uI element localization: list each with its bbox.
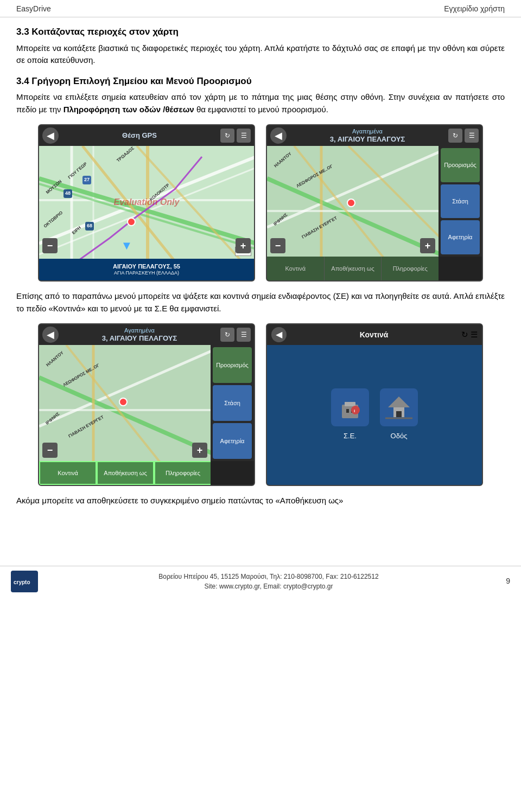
zoom-plus-3[interactable]: +	[192, 443, 207, 458]
street-line2: ΑΓΙΑ ΠΑΡΑΣΚΕΥΗ (ΕΛΛΑΔΑ)	[42, 270, 251, 277]
screenshots-row-1: ◀ Θέση GPS ↻ ☰	[16, 124, 505, 282]
badge-27: 27	[82, 176, 91, 184]
zoom-minus-3[interactable]: −	[42, 443, 58, 458]
screen1-title-area: Θέση GPS	[62, 131, 217, 140]
section-33-para: Μπορείτε να κοιτάξετε βιαστικά τις διαφο…	[16, 42, 505, 67]
screen2-bottombar: Κοντινά Αποθήκευση ως Πληροφορίες	[267, 257, 439, 280]
zoom-minus-1[interactable]: −	[42, 238, 58, 253]
map-svg-3	[39, 345, 211, 461]
page-footer: crypto Βορείου Ηπείρου 45, 15125 Μαρούσι…	[0, 566, 521, 597]
screen3-bottombar: Κοντινά Αποθήκευση ως Πληροφορίες	[39, 461, 211, 485]
screen3-sidebar: Προορισμός Στάση Αφετηρία	[211, 345, 254, 461]
svg-text:i: i	[354, 408, 355, 413]
svg-point-19	[347, 199, 355, 207]
screen2-map: ΗΛΑΝΤΟΥ ΛΕΩΦΟΡΟΣ ΜΕ..ΟΓ ΙΡΦΝΗΣ ΓΙΑΒΑΣΗ Ε…	[267, 146, 439, 257]
back-button-2[interactable]: ◀	[270, 127, 287, 144]
gps-screen-2: ◀ Αγαπημένα 3, ΑΙΓΑΙΟΥ ΠΕΛΑΓΟΥΣ ↻ ☰	[266, 124, 483, 282]
crypto-text: crypto	[14, 579, 30, 585]
badge-48: 48	[63, 189, 72, 198]
back-button-1[interactable]: ◀	[42, 127, 59, 144]
prorismos-btn[interactable]: Προορισμός	[441, 148, 480, 182]
map-svg-2	[267, 146, 439, 257]
kontina-btn-3[interactable]: Κοντινά	[39, 461, 97, 485]
odos-label: Οδός	[391, 431, 408, 442]
screen3-map: ΗΛΑΝΤΟΥ ΛΕΩΦΟΡΟΣ ΜΕ..ΟΓ ΙΡΦΝΗΣ ΓΙΑΒΑΣΗ Ε…	[39, 345, 211, 461]
crypto-logo-svg: crypto	[12, 572, 36, 591]
screen2-title-area: Αγαπημένα 3, ΑΙΓΑΙΟΥ ΠΕΛΑΓΟΥΣ	[290, 128, 445, 144]
svg-rect-35	[396, 411, 402, 417]
menu-icon[interactable]: ☰	[237, 129, 251, 143]
screen4-body: i Σ.Ε. Οδός	[267, 345, 482, 485]
screen3-subtitle: Αγαπημένα	[62, 327, 217, 334]
screen2-topbar: ◀ Αγαπημένα 3, ΑΙΓΑΙΟΥ ΠΕΛΑΓΟΥΣ ↻ ☰	[267, 125, 482, 146]
menu-icon-2[interactable]: ☰	[465, 129, 479, 143]
svg-rect-29	[346, 409, 349, 413]
apothikeusi-btn-3[interactable]: Αποθήκευση ως	[97, 461, 154, 485]
apothikeusi-btn[interactable]: Αποθήκευση ως	[325, 257, 382, 280]
afeteria-btn-3[interactable]: Αφετηρία	[213, 423, 252, 459]
odos-icon	[380, 388, 418, 426]
screen3-main-title: 3, ΑΙΓΑΙΟΥ ΠΕΛΑΓΟΥΣ	[62, 334, 217, 343]
doc-title: Εγχειρίδιο χρήστη	[444, 3, 505, 15]
street-overlay-1: ΑΙΓΑΙΟΥ ΠΕΛΑΓΟΥΣ, 55 ΑΓΙΑ ΠΑΡΑΣΚΕΥΗ (ΕΛΛ…	[39, 259, 254, 280]
screen3-title-area: Αγαπημένα 3, ΑΙΓΑΙΟΥ ΠΕΛΑΓΟΥΣ	[62, 327, 217, 343]
menu-icon-4[interactable]: ☰	[471, 329, 478, 341]
zoom-minus-2[interactable]: −	[270, 238, 285, 253]
zoom-plus-2[interactable]: +	[420, 238, 435, 253]
back-button-4[interactable]: ◀	[271, 327, 287, 342]
kontina-btn[interactable]: Κοντινά	[267, 257, 325, 280]
afeteria-btn[interactable]: Αφετηρία	[441, 220, 480, 254]
refresh-icon-2[interactable]: ↻	[448, 129, 462, 143]
footer-address: Βορείου Ηπείρου 45, 15125 Μαρούσι, Τηλ: …	[47, 572, 491, 591]
section-34-title: 3.4 Γρήγορη Επιλογή Σημείου και Μενού Πρ…	[16, 74, 505, 88]
screen4-icons: ↻ ☰	[461, 329, 478, 341]
screen4-topbar: ◀ Κοντινά ↻ ☰	[267, 324, 482, 345]
se-label: Σ.Ε.	[344, 431, 357, 442]
svg-point-26	[119, 398, 127, 406]
screen2-sidebar: Προορισμός Στάση Αφετηρία	[439, 146, 482, 257]
stasi-btn-3[interactable]: Στάση	[213, 385, 252, 421]
prorismos-btn-3[interactable]: Προορισμός	[213, 347, 252, 383]
content-area: 3.3 Κοιτάζοντας περιοχές στον χάρτη Μπορ…	[0, 25, 521, 522]
screen1-icons: ↻ ☰	[220, 129, 251, 143]
refresh-icon[interactable]: ↻	[220, 129, 234, 143]
pliroforees-btn[interactable]: Πληροφορίες	[382, 257, 439, 280]
refresh-icon-3[interactable]: ↻	[220, 328, 234, 342]
gps-screen-1: ◀ Θέση GPS ↻ ☰	[38, 124, 255, 282]
page-number: 9	[499, 576, 510, 587]
svg-marker-33	[388, 397, 410, 407]
odos-svg	[385, 394, 412, 421]
app-name: EasyDrive	[16, 3, 51, 15]
footer-site-line: Site: www.crypto.gr, Email: crypto@crypt…	[47, 581, 491, 591]
se-item[interactable]: i Σ.Ε.	[331, 388, 369, 442]
screen1-map: ΜΟΥΣΩΝ ΓIΟΥ ΓΕΩΡ ΤΡΩΑΔΟΣ ΚΟΛΟΚΟΤΡ ΟΚΤΩΒΡ…	[39, 146, 254, 259]
logo-box: crypto	[11, 571, 38, 592]
stasi-btn[interactable]: Στάση	[441, 184, 480, 219]
gps-screen-4: ◀ Κοντινά ↻ ☰	[266, 323, 483, 486]
screen2-main-title: 3, ΑΙΓΑΙΟΥ ΠΕΛΑΓΟΥΣ	[290, 135, 445, 144]
screen1-main-title: Θέση GPS	[62, 131, 217, 140]
svg-point-31	[351, 406, 360, 414]
screen1-topbar: ◀ Θέση GPS ↻ ☰	[39, 125, 254, 146]
menu-icon-3[interactable]: ☰	[237, 328, 251, 342]
para3: Ακόμα μπορείτε να αποθηκεύσετε το συγκεκ…	[16, 495, 505, 507]
odos-item[interactable]: Οδός	[380, 388, 418, 442]
svg-point-11	[128, 218, 135, 226]
refresh-icon-4[interactable]: ↻	[461, 329, 468, 341]
svg-rect-28	[345, 402, 355, 406]
map-svg-1	[39, 146, 254, 259]
nav-arrow-1: ▼	[120, 236, 132, 254]
section-34-para: Μπορείτε να επιλέξετε σημεία κατευθείαν …	[16, 91, 505, 116]
screenshots-row-2: ◀ Αγαπημένα 3, ΑΙΓΑΙΟΥ ΠΕΛΑΓΟΥΣ ↻ ☰	[16, 323, 505, 486]
section-33-title: 3.3 Κοιτάζοντας περιοχές στον χάρτη	[16, 25, 505, 39]
page-header: EasyDrive Εγχειρίδιο χρήστη	[0, 0, 521, 17]
street-line1: ΑΙΓΑΙΟΥ ΠΕΛΑΓΟΥΣ, 55	[42, 263, 251, 270]
back-button-3[interactable]: ◀	[42, 327, 59, 343]
screen2-icons: ↻ ☰	[448, 129, 479, 143]
footer-address-line: Βορείου Ηπείρου 45, 15125 Μαρούσι, Τηλ: …	[47, 572, 491, 581]
para2: Επίσης από το παραπάνω μενού μπορείτε να…	[16, 290, 505, 315]
zoom-plus-1[interactable]: +	[236, 238, 251, 253]
screen3-icons: ↻ ☰	[220, 328, 251, 342]
pliroforees-btn-3[interactable]: Πληροφορίες	[154, 461, 211, 485]
screen4-title: Κοντινά	[290, 329, 458, 341]
